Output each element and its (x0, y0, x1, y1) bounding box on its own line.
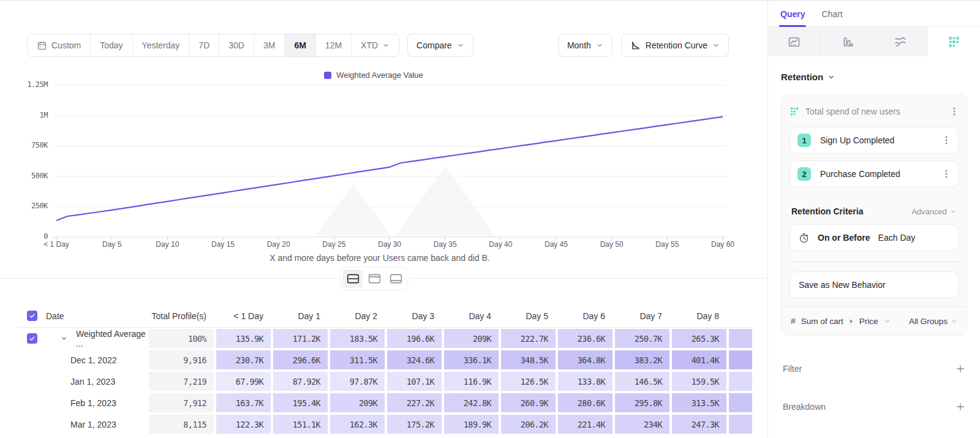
retention-value-cell[interactable]: 171.2K (271, 328, 328, 349)
table-header-day-3[interactable]: Day 3 (385, 304, 442, 327)
table-header-day-7[interactable]: Day 7 (613, 304, 670, 327)
retention-value-cell[interactable]: 336.1K (442, 349, 499, 371)
retention-value-cell-clipped[interactable] (727, 392, 752, 413)
total-profiles-cell[interactable]: 8,115 (147, 413, 214, 435)
date-cell[interactable]: Jan 1, 2023 (18, 371, 147, 392)
retention-value-cell[interactable]: 280.6K (556, 392, 613, 413)
total-profiles-cell[interactable]: 100% (147, 328, 214, 349)
retention-value-cell[interactable]: 206.2K (499, 413, 556, 435)
range-button-3m[interactable]: 3M (254, 34, 285, 56)
range-button-6m[interactable]: 6M (285, 34, 315, 56)
range-button-7d[interactable]: 7D (189, 34, 219, 56)
add-breakdown-button[interactable] (956, 402, 965, 412)
total-profiles-cell[interactable]: 7,219 (147, 371, 214, 392)
retention-value-cell[interactable]: 227.2K (385, 392, 442, 413)
layout-split-top-button[interactable] (364, 270, 385, 288)
retention-value-cell[interactable]: 122.3K (214, 413, 271, 435)
retention-value-cell[interactable]: 146.5K (613, 371, 670, 392)
range-button-12m[interactable]: 12M (316, 34, 352, 56)
select-all-checkbox[interactable] (27, 311, 37, 321)
retention-value-cell[interactable]: 116.9K (442, 371, 499, 392)
compare-button[interactable]: Compare (407, 34, 473, 57)
retention-value-cell[interactable]: 296.6K (271, 349, 328, 371)
retention-value-cell[interactable]: 247.3K (670, 413, 727, 435)
retention-condition[interactable]: On or Before Each Day (790, 224, 959, 251)
retention-value-cell[interactable]: 324.6K (385, 349, 442, 371)
retention-value-cell[interactable]: 163.7K (214, 392, 271, 413)
retention-value-cell[interactable]: 126.5K (499, 371, 556, 392)
layout-split-bottom-button[interactable] (386, 270, 406, 288)
add-filter-button[interactable] (956, 364, 965, 374)
advanced-dropdown[interactable]: Advanced (911, 207, 957, 216)
retention-value-cell[interactable]: 234K (613, 413, 670, 435)
retention-value-cell[interactable]: 311.5K (328, 349, 385, 371)
retention-value-cell[interactable]: 250.7K (613, 328, 670, 349)
table-header-day-6[interactable]: Day 6 (556, 304, 613, 327)
chart-plot-area[interactable] (52, 81, 732, 241)
tab-query[interactable]: Query (780, 9, 805, 26)
retention-value-cell-clipped[interactable] (727, 371, 752, 392)
date-cell[interactable]: Dec 1, 2022 (18, 349, 147, 371)
range-button-30d[interactable]: 30D (219, 34, 254, 56)
table-header-day-4[interactable]: Day 4 (442, 304, 499, 327)
retention-value-cell[interactable]: 348.5K (499, 349, 556, 371)
retention-value-cell-clipped[interactable] (727, 413, 752, 435)
retention-value-cell[interactable]: 222.7K (499, 328, 556, 349)
step-menu-icon[interactable] (942, 169, 951, 179)
table-header-day-1[interactable]: Day 1 (271, 304, 328, 327)
behavior-step-1[interactable]: 1 Sign Up Completed (790, 127, 959, 154)
retention-value-cell[interactable]: 230.7K (214, 349, 271, 371)
retention-value-cell[interactable]: 135.9K (214, 328, 271, 349)
table-header-date[interactable]: Date (18, 304, 147, 327)
retention-value-cell[interactable]: 221.4K (556, 413, 613, 435)
save-as-new-behavior-button[interactable]: Save as New Behavior (790, 271, 959, 298)
retention-value-cell[interactable]: 209K (442, 328, 499, 349)
retention-value-cell[interactable]: 151.1K (271, 413, 328, 435)
step-menu-icon[interactable] (942, 135, 951, 145)
date-cell[interactable]: Weighted Average ... (18, 328, 147, 349)
range-button-yesterday[interactable]: Yesterday (133, 34, 190, 56)
insights-report-icon[interactable] (768, 27, 821, 56)
layout-split-even-button[interactable] (343, 270, 363, 288)
retention-value-cell[interactable]: 97.87K (328, 371, 385, 392)
retention-value-cell[interactable]: 242.8K (442, 392, 499, 413)
retention-value-cell-clipped[interactable] (727, 349, 752, 371)
retention-value-cell[interactable]: 162.3K (328, 413, 385, 435)
total-profiles-cell[interactable]: 9,916 (147, 349, 214, 371)
chart-type-dropdown[interactable]: Retention Curve (621, 34, 729, 57)
retention-value-cell[interactable]: 265.3K (670, 328, 727, 349)
expand-chevron-icon[interactable] (61, 334, 67, 344)
total-profiles-cell[interactable]: 7,912 (147, 392, 214, 413)
retention-value-cell[interactable]: 260.9K (499, 392, 556, 413)
range-button-xtd[interactable]: XTD (352, 34, 399, 56)
retention-value-cell[interactable]: 175.2K (385, 413, 442, 435)
retention-value-cell[interactable]: 383.2K (613, 349, 670, 371)
retention-value-cell[interactable]: 107.1K (385, 371, 442, 392)
table-header-day-2[interactable]: Day 2 (328, 304, 385, 327)
retention-value-cell[interactable]: 133.8K (556, 371, 613, 392)
flows-report-icon[interactable] (875, 27, 928, 56)
retention-value-cell[interactable]: 236.6K (556, 328, 613, 349)
retention-value-cell[interactable]: 401.4K (670, 349, 727, 371)
retention-value-cell[interactable]: 209K (328, 392, 385, 413)
table-header-day-8[interactable]: Day 8 (670, 304, 727, 327)
funnels-report-icon[interactable] (821, 27, 875, 56)
measurement-property[interactable]: Price (859, 317, 878, 326)
retention-value-cell[interactable]: 196.6K (385, 328, 442, 349)
range-button-custom[interactable]: Custom (28, 34, 91, 56)
retention-value-cell[interactable]: 159.5K (670, 371, 727, 392)
table-header--1-day[interactable]: < 1 Day (214, 304, 271, 327)
retention-value-cell[interactable]: 295.8K (613, 392, 670, 413)
retention-value-cell[interactable]: 195.4K (271, 392, 328, 413)
all-groups-dropdown[interactable]: All Groups (909, 317, 957, 326)
retention-value-cell[interactable]: 313.5K (670, 392, 727, 413)
table-header-day-5[interactable]: Day 5 (499, 304, 556, 327)
range-button-today[interactable]: Today (91, 34, 132, 56)
retention-value-cell[interactable]: 189.9K (442, 413, 499, 435)
tab-chart[interactable]: Chart (821, 9, 842, 26)
retention-value-cell[interactable]: 183.5K (328, 328, 385, 349)
measurement-label[interactable]: Sum of cart (801, 317, 843, 326)
granularity-dropdown[interactable]: Month (558, 34, 612, 57)
behavior-step-2[interactable]: 2 Purchase Completed (790, 160, 959, 187)
retention-value-cell[interactable]: 364.8K (556, 349, 613, 371)
